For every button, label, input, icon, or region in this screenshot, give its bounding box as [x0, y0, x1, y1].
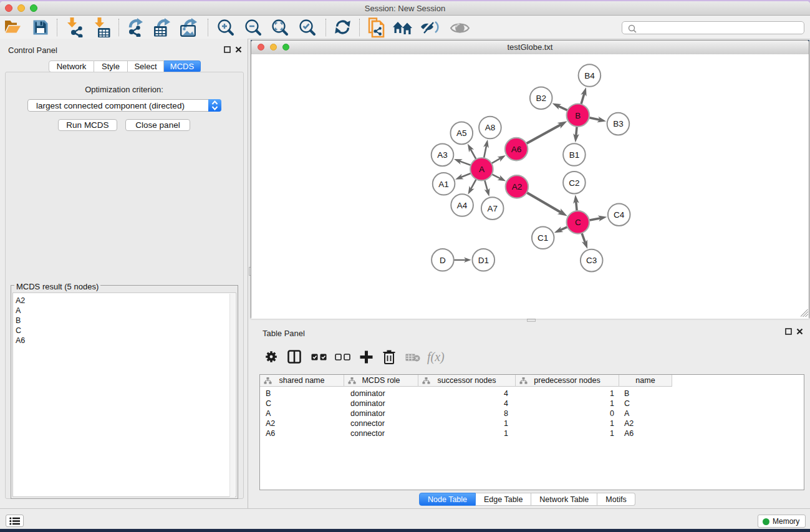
svg-text:B4: B4 — [584, 71, 595, 80]
svg-text:A5: A5 — [456, 128, 467, 138]
svg-text:A: A — [479, 165, 485, 174]
svg-text:B3: B3 — [613, 119, 624, 128]
svg-text:A4: A4 — [457, 201, 468, 210]
svg-text:A7: A7 — [487, 204, 498, 213]
svg-text:C2: C2 — [569, 178, 579, 188]
svg-text:D1: D1 — [478, 256, 489, 265]
svg-text:A1: A1 — [438, 180, 449, 189]
svg-text:A6: A6 — [511, 145, 522, 154]
svg-text:A3: A3 — [437, 150, 448, 160]
svg-text:C3: C3 — [586, 256, 597, 265]
svg-text:A8: A8 — [485, 123, 496, 132]
svg-text:C1: C1 — [538, 233, 548, 243]
svg-text:C4: C4 — [614, 210, 625, 220]
svg-text:B1: B1 — [569, 150, 580, 160]
svg-text:B: B — [575, 111, 581, 120]
svg-text:B2: B2 — [536, 94, 546, 103]
svg-text:D: D — [440, 256, 446, 265]
svg-text:A2: A2 — [512, 182, 523, 191]
svg-text:C: C — [575, 218, 581, 227]
